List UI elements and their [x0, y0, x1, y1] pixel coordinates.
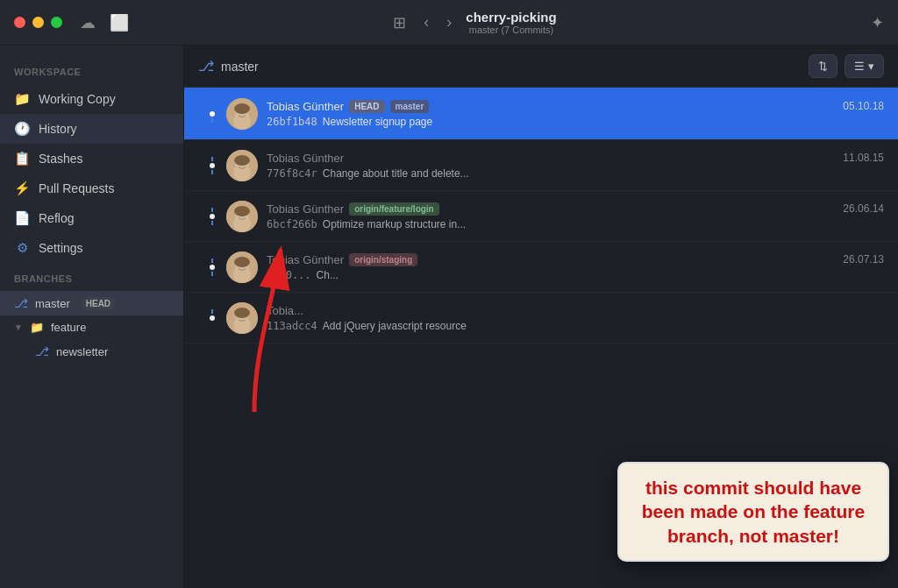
- commit-message-2: Change about title and delete...: [323, 167, 469, 180]
- commit-tag-origin-feature-3: origin/feature/login: [349, 202, 439, 216]
- commit-tag-origin-staging-4: origin/staging: [349, 253, 417, 266]
- sidebar-item-pull-requests[interactable]: ⚡ Pull Requests: [0, 174, 183, 203]
- commit-graph-1: [198, 110, 226, 118]
- commit-author-3: Tobias Günther: [267, 202, 344, 216]
- history-label: History: [39, 122, 169, 136]
- branches-label: Branches: [0, 273, 183, 291]
- commit-message-4: Ch...: [317, 269, 339, 281]
- avatar-1: [226, 98, 258, 130]
- repo-name: cherry-picking: [466, 10, 556, 25]
- reflog-label: Reflog: [39, 211, 169, 225]
- sidebar-item-history[interactable]: 🕐 History: [0, 114, 183, 144]
- titlebar-repo: cherry-picking master (7 Commits): [466, 10, 556, 35]
- history-icon: 🕐: [14, 121, 30, 137]
- commit-tag-head-1: HEAD: [349, 100, 384, 113]
- commit-graph-2: [198, 161, 226, 170]
- pull-requests-label: Pull Requests: [39, 181, 169, 195]
- minimize-button[interactable]: [32, 17, 44, 28]
- commit-graph-4: [198, 263, 226, 272]
- toolbar-right: ⇅ ☰ ▾: [809, 54, 884, 78]
- commit-hash-3: 6bcf266b: [267, 218, 317, 230]
- chevron-icon: ▼: [14, 322, 23, 332]
- commit-info-5: Tobia... 113adcc4 Add jQuery javascript …: [267, 304, 884, 332]
- commit-info-4: Tobias Günther origin/staging 26.07.13 c…: [267, 253, 884, 281]
- working-copy-icon: 📁: [14, 91, 30, 107]
- commit-hash-line-3: 6bcf266b Optimize markup structure in...: [267, 218, 884, 230]
- branch-selector-name: master: [221, 60, 259, 74]
- commit-author-line-1: Tobias Günther HEAD master 05.10.18: [267, 100, 884, 113]
- commit-author-1: Tobias Günther: [267, 100, 344, 113]
- commit-tag-master-1: master: [390, 100, 430, 113]
- commit-list[interactable]: Tobias Günther HEAD master 05.10.18 26bf…: [184, 88, 898, 588]
- commit-dot-2: [208, 161, 217, 170]
- annotation-box: this commit should have been made on the…: [617, 462, 889, 562]
- branch-name-newsletter: newsletter: [56, 345, 108, 358]
- titlebar-icons: ☁ ⬜: [80, 13, 129, 32]
- svg-point-11: [234, 155, 250, 166]
- commit-item-5[interactable]: Tobia... 113adcc4 Add jQuery javascript …: [184, 293, 898, 344]
- sidebar-item-reflog[interactable]: 📄 Reflog: [0, 203, 183, 233]
- commit-hash-5: 113adcc4: [267, 320, 317, 332]
- branch-folder-feature[interactable]: ▼ 📁 feature: [0, 315, 183, 339]
- branch-item-newsletter[interactable]: ⎇ newsletter: [0, 339, 183, 364]
- titlebar-right: ✦: [814, 13, 884, 32]
- repo-button[interactable]: ⊞: [386, 10, 413, 36]
- traffic-lights: [14, 17, 62, 28]
- main-layout: Workspace 📁 Working Copy 🕐 History 📋 Sta…: [0, 46, 898, 588]
- branch-selector-icon: ⎇: [198, 58, 214, 74]
- commit-info-2: Tobias Günther 11.08.15 776f8c4r Change …: [267, 152, 884, 180]
- commit-hash-line-2: 776f8c4r Change about title and delete..…: [267, 167, 884, 180]
- sidebar-item-working-copy[interactable]: 📁 Working Copy: [0, 84, 183, 114]
- magic-button[interactable]: ✦: [871, 13, 884, 32]
- commit-dot-4: [208, 263, 217, 272]
- commit-message-3: Optimize markup structure in...: [323, 218, 466, 230]
- titlebar-center: ⊞ ‹ › cherry-picking master (7 Commits): [129, 10, 814, 36]
- content-area: ⎇ master ⇅ ☰ ▾: [184, 46, 898, 588]
- commit-graph-3: [198, 212, 226, 221]
- commit-author-5: Tobia...: [267, 304, 303, 317]
- view-toggle-button[interactable]: ☰ ▾: [845, 54, 884, 78]
- sidebar: Workspace 📁 Working Copy 🕐 History 📋 Sta…: [0, 46, 184, 588]
- commit-item-3[interactable]: Tobias Günther origin/feature/login 26.0…: [184, 191, 898, 242]
- toolbar: ⎇ master ⇅ ☰ ▾: [184, 46, 898, 88]
- commit-date-2: 11.08.15: [843, 152, 884, 164]
- sidebar-item-stashes[interactable]: 📋 Stashes: [0, 144, 183, 174]
- workspace-label: Workspace: [0, 67, 183, 84]
- maximize-button[interactable]: [51, 17, 62, 28]
- avatar-5: [226, 302, 258, 334]
- repo-icon: ⬜: [110, 13, 129, 32]
- commit-hash-4: c150...: [267, 269, 311, 281]
- titlebar: ☁ ⬜ ⊞ ‹ › cherry-picking master (7 Commi…: [0, 0, 898, 46]
- repo-subtitle: master (7 Commits): [466, 25, 556, 35]
- svg-point-29: [234, 308, 250, 318]
- commit-item-4[interactable]: Tobias Günther origin/staging 26.07.13 c…: [184, 242, 898, 293]
- pull-requests-icon: ⚡: [14, 181, 30, 196]
- commit-item-2[interactable]: Tobias Günther 11.08.15 776f8c4r Change …: [184, 140, 898, 191]
- working-copy-label: Working Copy: [39, 92, 169, 106]
- branch-item-master[interactable]: ⎇ master HEAD: [0, 291, 183, 315]
- stashes-label: Stashes: [39, 152, 169, 166]
- avatar-4: [226, 251, 258, 283]
- branch-folder-label: feature: [51, 321, 86, 334]
- commit-author-line-2: Tobias Günther 11.08.15: [267, 152, 884, 165]
- sidebar-item-settings[interactable]: ⚙ Settings: [0, 233, 183, 263]
- fetch-icon: ⇅: [818, 60, 828, 73]
- commit-date-4: 26.07.13: [843, 253, 884, 266]
- back-button[interactable]: ‹: [417, 10, 436, 36]
- branch-icon-newsletter: ⎇: [35, 344, 49, 358]
- settings-icon: ⚙: [14, 240, 30, 256]
- branch-selector[interactable]: ⎇ master: [198, 58, 802, 74]
- avatar-2: [226, 150, 258, 181]
- titlebar-nav[interactable]: ⊞ ‹ ›: [386, 10, 459, 36]
- commit-hash-line-4: c150... Ch...: [267, 269, 884, 281]
- reflog-icon: 📄: [14, 210, 30, 226]
- commit-hash-line-1: 26bf1b48 Newsletter signup page: [267, 116, 884, 128]
- commit-message-1: Newsletter signup page: [323, 116, 432, 128]
- close-button[interactable]: [14, 17, 25, 28]
- forward-button[interactable]: ›: [439, 10, 459, 36]
- svg-point-8: [233, 164, 251, 181]
- branch-icon-master: ⎇: [14, 296, 28, 310]
- svg-point-14: [233, 215, 251, 232]
- fetch-button[interactable]: ⇅: [809, 54, 837, 78]
- commit-item-1[interactable]: Tobias Günther HEAD master 05.10.18 26bf…: [184, 88, 898, 140]
